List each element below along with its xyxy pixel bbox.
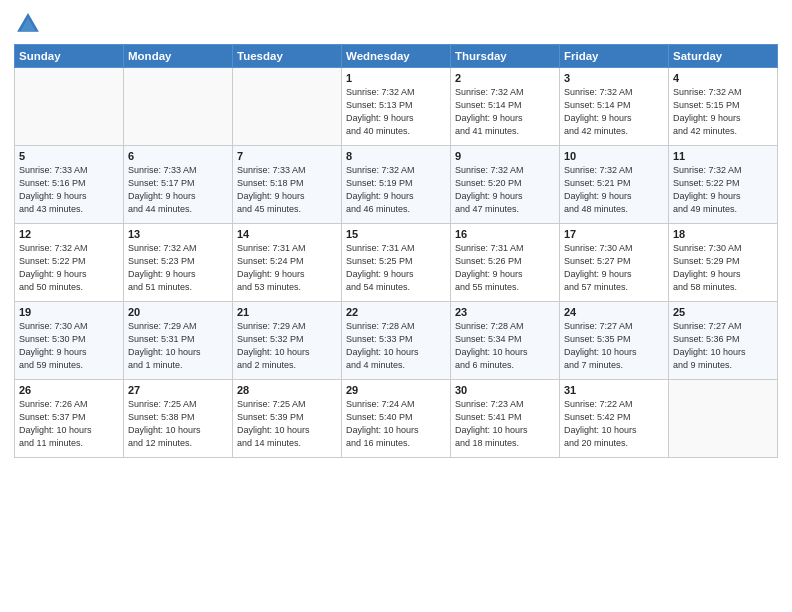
weekday-header-monday: Monday [124, 45, 233, 68]
day-info: Sunrise: 7:30 AM Sunset: 5:29 PM Dayligh… [673, 242, 773, 294]
day-number: 6 [128, 150, 228, 162]
day-number: 20 [128, 306, 228, 318]
day-number: 22 [346, 306, 446, 318]
logo [14, 10, 46, 38]
day-info: Sunrise: 7:27 AM Sunset: 5:36 PM Dayligh… [673, 320, 773, 372]
day-info: Sunrise: 7:22 AM Sunset: 5:42 PM Dayligh… [564, 398, 664, 450]
day-cell: 7Sunrise: 7:33 AM Sunset: 5:18 PM Daylig… [233, 146, 342, 224]
day-cell: 10Sunrise: 7:32 AM Sunset: 5:21 PM Dayli… [560, 146, 669, 224]
calendar: SundayMondayTuesdayWednesdayThursdayFrid… [14, 44, 778, 458]
day-info: Sunrise: 7:32 AM Sunset: 5:19 PM Dayligh… [346, 164, 446, 216]
week-row-2: 5Sunrise: 7:33 AM Sunset: 5:16 PM Daylig… [15, 146, 778, 224]
day-number: 15 [346, 228, 446, 240]
day-cell: 8Sunrise: 7:32 AM Sunset: 5:19 PM Daylig… [342, 146, 451, 224]
day-cell: 16Sunrise: 7:31 AM Sunset: 5:26 PM Dayli… [451, 224, 560, 302]
day-number: 18 [673, 228, 773, 240]
weekday-header-sunday: Sunday [15, 45, 124, 68]
day-info: Sunrise: 7:32 AM Sunset: 5:13 PM Dayligh… [346, 86, 446, 138]
day-number: 24 [564, 306, 664, 318]
day-number: 14 [237, 228, 337, 240]
day-cell: 21Sunrise: 7:29 AM Sunset: 5:32 PM Dayli… [233, 302, 342, 380]
day-cell [233, 68, 342, 146]
day-number: 25 [673, 306, 773, 318]
day-number: 2 [455, 72, 555, 84]
day-number: 26 [19, 384, 119, 396]
day-number: 27 [128, 384, 228, 396]
weekday-header-thursday: Thursday [451, 45, 560, 68]
weekday-header-friday: Friday [560, 45, 669, 68]
day-info: Sunrise: 7:25 AM Sunset: 5:39 PM Dayligh… [237, 398, 337, 450]
day-number: 4 [673, 72, 773, 84]
day-info: Sunrise: 7:33 AM Sunset: 5:17 PM Dayligh… [128, 164, 228, 216]
week-row-3: 12Sunrise: 7:32 AM Sunset: 5:22 PM Dayli… [15, 224, 778, 302]
day-number: 21 [237, 306, 337, 318]
day-info: Sunrise: 7:32 AM Sunset: 5:21 PM Dayligh… [564, 164, 664, 216]
day-cell [669, 380, 778, 458]
weekday-header-row: SundayMondayTuesdayWednesdayThursdayFrid… [15, 45, 778, 68]
weekday-header-wednesday: Wednesday [342, 45, 451, 68]
day-info: Sunrise: 7:29 AM Sunset: 5:32 PM Dayligh… [237, 320, 337, 372]
day-info: Sunrise: 7:33 AM Sunset: 5:16 PM Dayligh… [19, 164, 119, 216]
logo-icon [14, 10, 42, 38]
day-info: Sunrise: 7:28 AM Sunset: 5:34 PM Dayligh… [455, 320, 555, 372]
day-cell: 24Sunrise: 7:27 AM Sunset: 5:35 PM Dayli… [560, 302, 669, 380]
day-number: 8 [346, 150, 446, 162]
day-cell: 28Sunrise: 7:25 AM Sunset: 5:39 PM Dayli… [233, 380, 342, 458]
weekday-header-saturday: Saturday [669, 45, 778, 68]
day-cell: 15Sunrise: 7:31 AM Sunset: 5:25 PM Dayli… [342, 224, 451, 302]
day-cell: 19Sunrise: 7:30 AM Sunset: 5:30 PM Dayli… [15, 302, 124, 380]
day-info: Sunrise: 7:27 AM Sunset: 5:35 PM Dayligh… [564, 320, 664, 372]
day-cell: 11Sunrise: 7:32 AM Sunset: 5:22 PM Dayli… [669, 146, 778, 224]
day-number: 30 [455, 384, 555, 396]
week-row-5: 26Sunrise: 7:26 AM Sunset: 5:37 PM Dayli… [15, 380, 778, 458]
day-number: 16 [455, 228, 555, 240]
week-row-4: 19Sunrise: 7:30 AM Sunset: 5:30 PM Dayli… [15, 302, 778, 380]
day-info: Sunrise: 7:32 AM Sunset: 5:22 PM Dayligh… [19, 242, 119, 294]
day-cell: 23Sunrise: 7:28 AM Sunset: 5:34 PM Dayli… [451, 302, 560, 380]
day-cell: 29Sunrise: 7:24 AM Sunset: 5:40 PM Dayli… [342, 380, 451, 458]
day-cell: 12Sunrise: 7:32 AM Sunset: 5:22 PM Dayli… [15, 224, 124, 302]
day-number: 1 [346, 72, 446, 84]
day-cell: 20Sunrise: 7:29 AM Sunset: 5:31 PM Dayli… [124, 302, 233, 380]
day-info: Sunrise: 7:25 AM Sunset: 5:38 PM Dayligh… [128, 398, 228, 450]
day-cell [15, 68, 124, 146]
day-cell: 14Sunrise: 7:31 AM Sunset: 5:24 PM Dayli… [233, 224, 342, 302]
day-number: 23 [455, 306, 555, 318]
week-row-1: 1Sunrise: 7:32 AM Sunset: 5:13 PM Daylig… [15, 68, 778, 146]
day-cell: 30Sunrise: 7:23 AM Sunset: 5:41 PM Dayli… [451, 380, 560, 458]
day-number: 3 [564, 72, 664, 84]
day-info: Sunrise: 7:31 AM Sunset: 5:26 PM Dayligh… [455, 242, 555, 294]
day-cell: 25Sunrise: 7:27 AM Sunset: 5:36 PM Dayli… [669, 302, 778, 380]
day-cell: 1Sunrise: 7:32 AM Sunset: 5:13 PM Daylig… [342, 68, 451, 146]
day-info: Sunrise: 7:33 AM Sunset: 5:18 PM Dayligh… [237, 164, 337, 216]
day-number: 19 [19, 306, 119, 318]
weekday-header-tuesday: Tuesday [233, 45, 342, 68]
day-cell: 17Sunrise: 7:30 AM Sunset: 5:27 PM Dayli… [560, 224, 669, 302]
day-info: Sunrise: 7:30 AM Sunset: 5:30 PM Dayligh… [19, 320, 119, 372]
header [14, 10, 778, 38]
day-info: Sunrise: 7:23 AM Sunset: 5:41 PM Dayligh… [455, 398, 555, 450]
day-info: Sunrise: 7:28 AM Sunset: 5:33 PM Dayligh… [346, 320, 446, 372]
day-cell: 6Sunrise: 7:33 AM Sunset: 5:17 PM Daylig… [124, 146, 233, 224]
day-info: Sunrise: 7:29 AM Sunset: 5:31 PM Dayligh… [128, 320, 228, 372]
day-info: Sunrise: 7:31 AM Sunset: 5:24 PM Dayligh… [237, 242, 337, 294]
day-cell: 3Sunrise: 7:32 AM Sunset: 5:14 PM Daylig… [560, 68, 669, 146]
page: SundayMondayTuesdayWednesdayThursdayFrid… [0, 0, 792, 612]
day-cell: 27Sunrise: 7:25 AM Sunset: 5:38 PM Dayli… [124, 380, 233, 458]
day-cell: 5Sunrise: 7:33 AM Sunset: 5:16 PM Daylig… [15, 146, 124, 224]
day-number: 7 [237, 150, 337, 162]
day-number: 11 [673, 150, 773, 162]
day-number: 31 [564, 384, 664, 396]
day-info: Sunrise: 7:32 AM Sunset: 5:23 PM Dayligh… [128, 242, 228, 294]
day-number: 17 [564, 228, 664, 240]
day-info: Sunrise: 7:32 AM Sunset: 5:22 PM Dayligh… [673, 164, 773, 216]
day-cell: 26Sunrise: 7:26 AM Sunset: 5:37 PM Dayli… [15, 380, 124, 458]
day-info: Sunrise: 7:31 AM Sunset: 5:25 PM Dayligh… [346, 242, 446, 294]
day-number: 12 [19, 228, 119, 240]
day-number: 13 [128, 228, 228, 240]
day-info: Sunrise: 7:30 AM Sunset: 5:27 PM Dayligh… [564, 242, 664, 294]
day-cell: 31Sunrise: 7:22 AM Sunset: 5:42 PM Dayli… [560, 380, 669, 458]
day-cell: 9Sunrise: 7:32 AM Sunset: 5:20 PM Daylig… [451, 146, 560, 224]
day-number: 10 [564, 150, 664, 162]
day-number: 9 [455, 150, 555, 162]
